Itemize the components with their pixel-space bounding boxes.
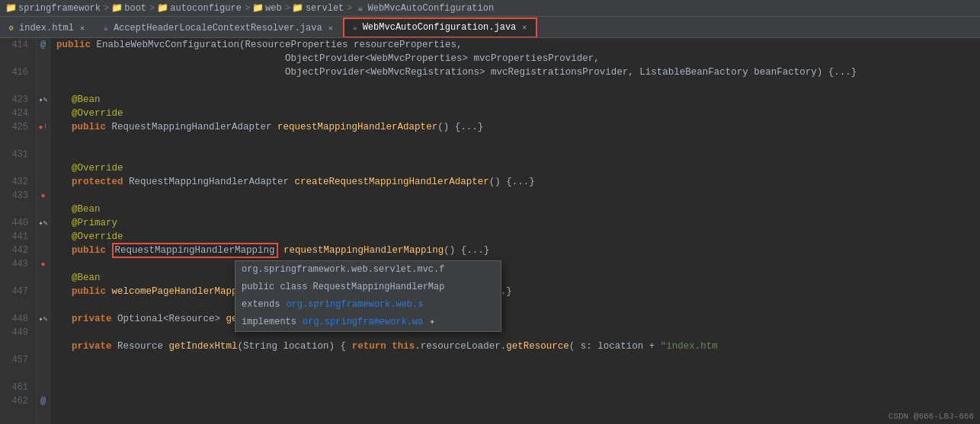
code-line-462: private Resource getIndexHtml(String loc… <box>56 340 980 353</box>
breadcrumb-icon-boot: 📁 <box>112 4 121 13</box>
code-line-empty2 <box>56 134 980 148</box>
autocomplete-popup[interactable]: org.springframework.web.servlet.mvc.f pu… <box>235 260 501 332</box>
tab-label-2: AcceptHeaderLocaleContextResolver.java <box>114 23 322 33</box>
breadcrumb-icon-servlet: 📁 <box>293 4 303 13</box>
code-line-414b: ObjectProvider<WebMvcProperties> mvcProp… <box>56 52 980 65</box>
watermark: CSDN @666-LBJ-666 <box>889 412 974 421</box>
code-line-416: ObjectProvider<WebMvcRegistrations> mvcR… <box>56 65 980 79</box>
code-line-432: @Override <box>56 161 980 175</box>
breadcrumb-springframework[interactable]: springframework <box>18 3 101 14</box>
code-line-425: public RequestMappingHandlerAdapter requ… <box>56 120 980 134</box>
code-line-443: public RequestMappingHandlerMapping requ… <box>56 244 980 257</box>
code-line-424: @Override <box>56 107 980 120</box>
breadcrumb-icon-webmvc: ☕ <box>356 4 365 13</box>
code-line-447 <box>56 257 980 271</box>
tab-acceptheader[interactable]: ☕ AcceptHeaderLocaleContextResolver.java… <box>94 18 343 37</box>
java-file-icon-3: ☕ <box>351 23 360 32</box>
tab-webmvcautoconfig[interactable]: ☕ WebMvcAutoConfiguration.java ✕ <box>343 18 538 37</box>
code-line-442: @Override <box>56 230 980 244</box>
code-area: 414 416 423 424 425 431 432 433 440 441 … <box>0 38 980 424</box>
ac-extends-link[interactable]: org.springframework.web.s <box>286 298 423 311</box>
code-line-433: protected RequestMappingHandlerAdapter c… <box>56 175 980 189</box>
gutter-annotation-462: @ <box>37 394 50 408</box>
gutter-annotation-414: @ <box>37 38 50 52</box>
code-line-441: @Primary <box>56 216 980 230</box>
tab-index-html[interactable]: ⚙ index.html ✕ <box>0 18 94 37</box>
gutter-bean-423: ✦✎ <box>37 93 50 107</box>
tab-close-index[interactable]: ✕ <box>77 23 88 33</box>
code-line-448: @Bean <box>56 271 980 285</box>
code-line-empty3 <box>56 189 980 202</box>
breadcrumb-webmvc[interactable]: WebMvcAutoConfiguration <box>368 3 495 14</box>
html-file-icon: ⚙ <box>7 24 16 33</box>
gutter-bean-448: ✦✎ <box>37 312 50 326</box>
code-line-461 <box>56 326 980 340</box>
breadcrumb-icon-autoconfigure: 📁 <box>158 4 167 13</box>
tab-label: index.html <box>19 23 74 33</box>
breadcrumb: 📁 springframework > 📁 boot > 📁 autoconfi… <box>0 0 980 17</box>
breadcrumb-icon-web: 📁 <box>253 4 262 13</box>
line-numbers: 414 416 423 424 425 431 432 433 440 441 … <box>0 38 37 424</box>
highlighted-class-name: RequestMappingHandlerMapping <box>112 243 278 258</box>
code-line-414: public EnableWebMvcConfiguration(Resourc… <box>56 38 980 52</box>
code-line-431 <box>56 148 980 161</box>
tab-close-acceptheader[interactable]: ✕ <box>325 23 336 33</box>
code-content[interactable]: public EnableWebMvcConfiguration(Resourc… <box>50 38 980 424</box>
tab-bar: ⚙ index.html ✕ ☕ AcceptHeaderLocaleConte… <box>0 17 980 38</box>
breadcrumb-icon-springframework: 📁 <box>6 4 15 13</box>
gutter-breakpoint-433[interactable]: ● <box>37 189 50 202</box>
gutter-breakpoint-425[interactable]: ●! <box>37 120 50 134</box>
ac-row-class: public class RequestMappingHandlerMap <box>235 279 501 296</box>
tab-close-webmvc[interactable]: ✕ <box>519 22 530 33</box>
code-line-empty4 <box>56 298 980 312</box>
tab-label-3: WebMvcAutoConfiguration.java <box>363 22 517 33</box>
gutter-breakpoint-443[interactable]: ● <box>37 257 50 271</box>
code-line-empty1 <box>56 79 980 93</box>
code-line-457: private Optional<Resource> getWelcomePag… <box>56 312 980 326</box>
breadcrumb-web[interactable]: web <box>265 3 282 14</box>
ac-implements-link[interactable]: org.springframework.wa <box>303 315 423 329</box>
ac-row-implements: implements org.springframework.wa ✦ <box>235 314 501 331</box>
breadcrumb-autoconfigure[interactable]: autoconfigure <box>170 3 242 14</box>
gutter-bean-440: ✦✎ <box>37 216 50 230</box>
code-content-wrapper: public EnableWebMvcConfiguration(Resourc… <box>50 38 980 424</box>
gutter: @ ✦✎ ●! ● ✦✎ ● ✦✎ @ <box>37 38 50 424</box>
code-line-423: @Bean <box>56 93 980 107</box>
breadcrumb-boot[interactable]: boot <box>124 3 146 14</box>
java-file-icon-2: ☕ <box>101 24 110 33</box>
ac-row-extends: extends org.springframework.web.s <box>235 296 501 314</box>
code-line-449: public welcomePageHandlerMapping(Applica… <box>56 285 980 298</box>
code-line-440: @Bean <box>56 202 980 216</box>
ac-row-package: org.springframework.web.servlet.mvc.f <box>235 261 501 279</box>
breadcrumb-servlet[interactable]: servlet <box>306 3 344 14</box>
